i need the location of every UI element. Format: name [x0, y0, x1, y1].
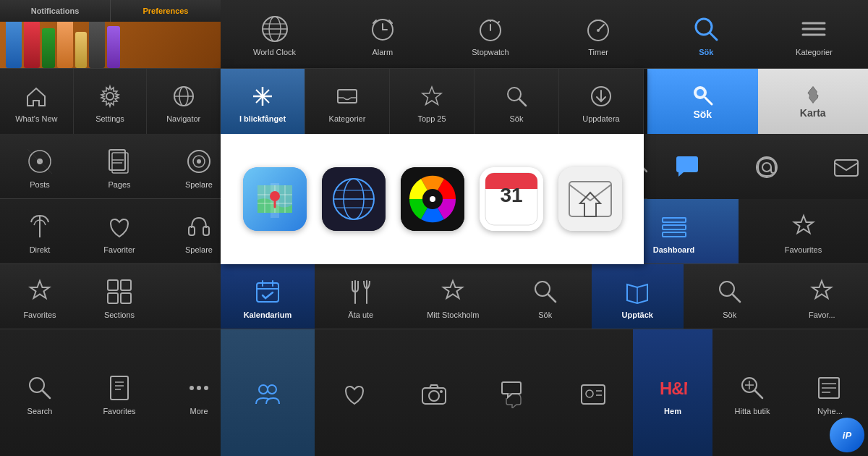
sok4-cell[interactable]: Sök	[499, 264, 592, 329]
svg-rect-62	[835, 160, 858, 176]
kategorier-cell[interactable]: Kategorier	[760, 0, 868, 68]
ip-badge[interactable]: iP	[830, 418, 864, 452]
alarm-cell[interactable]: Alarm	[328, 0, 436, 68]
sok-cell[interactable]: Sök	[652, 0, 760, 68]
preferences-button[interactable]: Preferences	[111, 0, 221, 22]
svg-rect-120	[111, 376, 128, 400]
heart-bottom-cell[interactable]	[315, 329, 394, 456]
sok2-label: Sök	[510, 114, 524, 123]
book-icon	[103, 372, 135, 404]
globe-icon	[168, 80, 200, 112]
search-bottom-cell[interactable]: Search	[0, 329, 80, 456]
upptack-cell[interactable]: Upptäck	[592, 264, 684, 329]
svg-point-16	[597, 29, 600, 32]
ata-ute-label: Äta ute	[348, 311, 373, 319]
sok-tab[interactable]: Sök	[647, 69, 758, 134]
favorites-bottom-label: Favorites	[103, 407, 135, 415]
sections-label: Sections	[104, 311, 135, 319]
star2-icon	[24, 276, 56, 308]
star4-icon	[806, 276, 838, 308]
contacts-cell[interactable]	[553, 329, 633, 456]
direkt-label: Direkt	[30, 245, 51, 254]
heart-outline-icon	[339, 378, 370, 410]
blickfanget-label: I blickfånget	[239, 114, 286, 123]
mitt-stockholm-cell[interactable]: Mitt Stockholm	[407, 264, 500, 329]
svg-point-128	[268, 385, 276, 394]
sok2-cell[interactable]: Sök	[475, 69, 559, 134]
news-icon	[814, 372, 846, 404]
topp25-label: Topp 25	[417, 114, 446, 123]
svg-rect-104	[108, 293, 118, 303]
timer-label: Timer	[588, 48, 608, 56]
ata-ute-cell[interactable]: Äta ute	[315, 264, 407, 329]
karta-tab[interactable]: Karta	[758, 69, 869, 134]
kategorier-label: Kategorier	[796, 48, 833, 56]
stopwatch-cell[interactable]: Stopwatch	[436, 0, 544, 68]
sections-cell[interactable]: Sections	[80, 264, 159, 329]
favor-partial-cell[interactable]: Favor...	[776, 264, 869, 329]
left-nav-cells: What's New Settings	[0, 69, 221, 134]
world-clock-label: World Clock	[253, 48, 296, 56]
popup-app-icons: 31	[221, 134, 644, 264]
svg-line-117	[733, 295, 740, 302]
settings-cell[interactable]: Settings	[74, 69, 148, 134]
kalendarium-cell[interactable]: Kalendarium	[221, 264, 315, 329]
globe-app-icon[interactable]	[322, 167, 386, 231]
notifications-button[interactable]: Notifications	[0, 0, 111, 22]
book-6	[89, 17, 105, 68]
direkt-cell[interactable]: Direkt	[0, 199, 80, 263]
favorites-bottom-cell[interactable]: Favorites	[80, 329, 159, 456]
navigator-cell[interactable]: Navigator	[147, 69, 221, 134]
pages-icon	[103, 145, 135, 177]
uppdatera-cell[interactable]: Uppdatera	[559, 69, 644, 134]
camera-icon	[418, 378, 450, 410]
kategorier2-cell[interactable]: Kategorier	[305, 69, 390, 134]
screen: World Clock Alarm	[0, 0, 868, 456]
favorites-cell[interactable]: Favorites	[0, 264, 80, 329]
gear-icon	[94, 80, 126, 112]
appstore-nav: I blickfånget Kategorier	[221, 69, 644, 134]
whats-new-cell[interactable]: What's New	[0, 69, 74, 134]
favoriter2-cell[interactable]: Favoriter	[80, 199, 159, 263]
sok-label: Sök	[699, 48, 713, 56]
uppdatera-label: Uppdatera	[582, 114, 619, 123]
kalendarium-label: Kalendarium	[244, 311, 292, 319]
row5-left: Direkt Favoriter Spelare	[0, 199, 221, 263]
world-clock-cell[interactable]: World Clock	[221, 0, 328, 68]
topp25-cell[interactable]: Topp 25	[390, 69, 475, 134]
people-cell[interactable]	[221, 329, 315, 456]
hitta-butik-cell[interactable]: Hitta butik	[712, 329, 792, 456]
svg-point-126	[204, 386, 208, 390]
svg-text:H&M: H&M	[660, 379, 687, 398]
whats-new-label: What's New	[15, 114, 57, 123]
dots-icon	[183, 372, 215, 404]
chat-icon	[671, 151, 703, 183]
alarm-icon	[367, 13, 399, 45]
calendar-app-icon[interactable]: 31	[480, 167, 543, 231]
mail-sketch-icon[interactable]	[558, 167, 622, 231]
svg-point-72	[197, 159, 201, 164]
hm-cell[interactable]: H&M Hem	[633, 329, 712, 456]
posts-cell[interactable]: Posts	[0, 134, 80, 198]
row7-left: Search Favorites	[0, 329, 221, 456]
svg-line-19	[710, 33, 717, 40]
maps-app-icon[interactable]	[243, 167, 307, 231]
speech-cell[interactable]	[474, 329, 553, 456]
camera-cell[interactable]	[394, 329, 474, 456]
color-wheel-icon[interactable]	[401, 167, 464, 231]
email-cell[interactable]	[727, 134, 807, 199]
sok5-cell[interactable]: Sök	[684, 264, 776, 329]
svg-point-49	[430, 196, 435, 202]
svg-point-130	[429, 391, 439, 401]
right-panel: Sök Karta	[647, 69, 868, 264]
mitt-stockholm-label: Mitt Stockholm	[427, 311, 479, 319]
pages-cell[interactable]: Pages	[80, 134, 159, 198]
chat-cell[interactable]	[647, 134, 727, 199]
timer-cell[interactable]: Timer	[545, 0, 652, 68]
mail-partial-cell[interactable]	[807, 134, 868, 199]
svg-point-60	[757, 157, 777, 177]
svg-line-35	[519, 99, 526, 106]
blickfanget-cell[interactable]: I blickfånget	[221, 69, 305, 134]
stopwatch-icon	[475, 13, 506, 45]
preferences-label: Preferences	[143, 7, 189, 15]
